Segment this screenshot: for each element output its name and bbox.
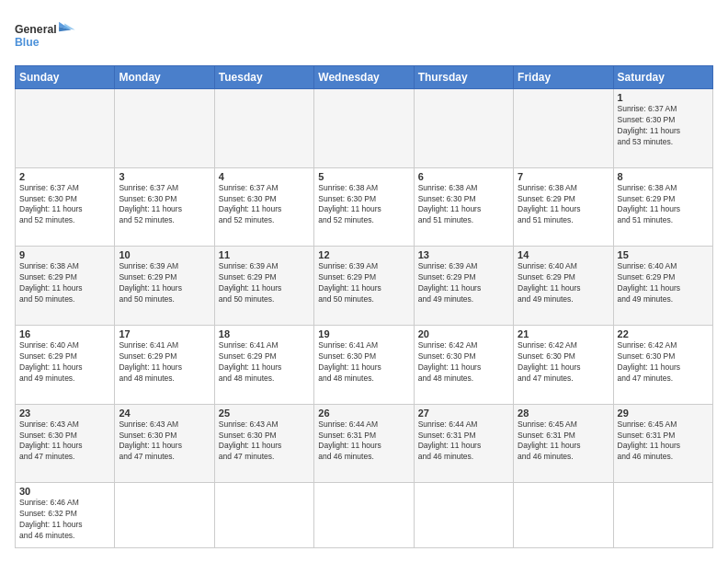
day-number: 3 <box>119 171 210 182</box>
day-number: 7 <box>518 171 609 182</box>
day-info: Sunrise: 6:41 AM Sunset: 6:29 PM Dayligh… <box>219 340 310 385</box>
calendar-cell: 23Sunrise: 6:43 AM Sunset: 6:30 PM Dayli… <box>16 404 115 483</box>
calendar-cell: 6Sunrise: 6:38 AM Sunset: 6:30 PM Daylig… <box>414 167 513 247</box>
calendar-cell: 3Sunrise: 6:37 AM Sunset: 6:30 PM Daylig… <box>115 167 214 247</box>
calendar-cell <box>414 89 513 168</box>
calendar-cell: 28Sunrise: 6:45 AM Sunset: 6:31 PM Dayli… <box>514 404 613 483</box>
calendar-cell: 9Sunrise: 6:38 AM Sunset: 6:29 PM Daylig… <box>16 247 115 326</box>
day-number: 12 <box>318 249 409 260</box>
calendar-cell: 13Sunrise: 6:39 AM Sunset: 6:29 PM Dayli… <box>414 247 513 326</box>
calendar-cell: 27Sunrise: 6:44 AM Sunset: 6:31 PM Dayli… <box>414 404 513 483</box>
day-info: Sunrise: 6:39 AM Sunset: 6:29 PM Dayligh… <box>318 261 409 305</box>
svg-text:General: General <box>15 23 57 36</box>
calendar-cell <box>613 483 712 548</box>
calendar-cell: 18Sunrise: 6:41 AM Sunset: 6:29 PM Dayli… <box>214 326 313 405</box>
header-thursday: Thursday <box>414 66 513 89</box>
day-number: 8 <box>618 171 709 182</box>
day-number: 29 <box>618 408 709 419</box>
day-number: 13 <box>418 249 509 260</box>
logo-svg: General Blue <box>15 15 79 56</box>
weekday-header-row: Sunday Monday Tuesday Wednesday Thursday… <box>16 66 713 89</box>
calendar-cell <box>514 89 613 168</box>
calendar-cell: 19Sunrise: 6:41 AM Sunset: 6:30 PM Dayli… <box>314 326 414 405</box>
day-number: 9 <box>19 249 110 260</box>
day-number: 11 <box>219 249 310 260</box>
calendar-cell: 22Sunrise: 6:42 AM Sunset: 6:30 PM Dayli… <box>613 326 712 405</box>
day-info: Sunrise: 6:43 AM Sunset: 6:30 PM Dayligh… <box>219 419 310 464</box>
day-number: 10 <box>119 249 210 260</box>
calendar-cell: 17Sunrise: 6:41 AM Sunset: 6:29 PM Dayli… <box>115 326 214 405</box>
day-number: 20 <box>418 328 509 339</box>
day-number: 14 <box>518 249 609 260</box>
day-info: Sunrise: 6:43 AM Sunset: 6:30 PM Dayligh… <box>19 419 110 464</box>
calendar-cell: 25Sunrise: 6:43 AM Sunset: 6:30 PM Dayli… <box>214 404 313 483</box>
calendar-body: 1Sunrise: 6:37 AM Sunset: 6:30 PM Daylig… <box>16 89 713 548</box>
calendar-cell: 16Sunrise: 6:40 AM Sunset: 6:29 PM Dayli… <box>16 326 115 405</box>
day-number: 24 <box>119 408 210 419</box>
day-info: Sunrise: 6:46 AM Sunset: 6:32 PM Dayligh… <box>19 498 110 542</box>
day-info: Sunrise: 6:37 AM Sunset: 6:30 PM Dayligh… <box>119 183 210 227</box>
calendar-cell: 1Sunrise: 6:37 AM Sunset: 6:30 PM Daylig… <box>613 89 712 168</box>
day-info: Sunrise: 6:38 AM Sunset: 6:30 PM Dayligh… <box>318 183 409 227</box>
calendar-cell <box>414 483 513 548</box>
logo: General Blue <box>15 15 79 56</box>
day-number: 18 <box>219 328 310 339</box>
day-info: Sunrise: 6:40 AM Sunset: 6:29 PM Dayligh… <box>19 340 110 385</box>
day-info: Sunrise: 6:44 AM Sunset: 6:31 PM Dayligh… <box>418 419 509 464</box>
calendar-cell <box>16 89 115 168</box>
calendar-cell: 21Sunrise: 6:42 AM Sunset: 6:30 PM Dayli… <box>514 326 613 405</box>
day-info: Sunrise: 6:42 AM Sunset: 6:30 PM Dayligh… <box>618 340 709 385</box>
day-number: 19 <box>318 328 409 339</box>
day-number: 28 <box>518 408 609 419</box>
calendar-cell: 10Sunrise: 6:39 AM Sunset: 6:29 PM Dayli… <box>115 247 214 326</box>
calendar-cell: 26Sunrise: 6:44 AM Sunset: 6:31 PM Dayli… <box>314 404 414 483</box>
calendar-cell: 20Sunrise: 6:42 AM Sunset: 6:30 PM Dayli… <box>414 326 513 405</box>
calendar-cell: 7Sunrise: 6:38 AM Sunset: 6:29 PM Daylig… <box>514 167 613 247</box>
day-number: 6 <box>418 171 509 182</box>
header: General Blue <box>15 15 713 56</box>
header-saturday: Saturday <box>613 66 712 89</box>
day-info: Sunrise: 6:43 AM Sunset: 6:30 PM Dayligh… <box>119 419 210 464</box>
day-info: Sunrise: 6:37 AM Sunset: 6:30 PM Dayligh… <box>219 183 310 227</box>
calendar-cell: 11Sunrise: 6:39 AM Sunset: 6:29 PM Dayli… <box>214 247 313 326</box>
header-wednesday: Wednesday <box>314 66 414 89</box>
day-number: 30 <box>19 486 110 497</box>
day-info: Sunrise: 6:37 AM Sunset: 6:30 PM Dayligh… <box>19 183 110 227</box>
calendar-cell: 2Sunrise: 6:37 AM Sunset: 6:30 PM Daylig… <box>16 167 115 247</box>
header-tuesday: Tuesday <box>214 66 313 89</box>
calendar-cell: 15Sunrise: 6:40 AM Sunset: 6:29 PM Dayli… <box>613 247 712 326</box>
day-number: 15 <box>618 249 709 260</box>
calendar-cell <box>115 483 214 548</box>
header-friday: Friday <box>514 66 613 89</box>
day-info: Sunrise: 6:38 AM Sunset: 6:29 PM Dayligh… <box>618 183 709 227</box>
calendar-cell <box>214 483 313 548</box>
day-number: 4 <box>219 171 310 182</box>
day-info: Sunrise: 6:37 AM Sunset: 6:30 PM Dayligh… <box>618 104 709 148</box>
day-info: Sunrise: 6:38 AM Sunset: 6:30 PM Dayligh… <box>418 183 509 227</box>
page: General Blue Sunday Monday Tuesday Wedne… <box>0 0 728 563</box>
day-info: Sunrise: 6:39 AM Sunset: 6:29 PM Dayligh… <box>219 261 310 305</box>
day-number: 27 <box>418 408 509 419</box>
day-number: 21 <box>518 328 609 339</box>
svg-text:Blue: Blue <box>15 36 40 49</box>
header-sunday: Sunday <box>16 66 115 89</box>
day-info: Sunrise: 6:40 AM Sunset: 6:29 PM Dayligh… <box>618 261 709 305</box>
calendar-cell <box>514 483 613 548</box>
day-info: Sunrise: 6:39 AM Sunset: 6:29 PM Dayligh… <box>119 261 210 305</box>
day-info: Sunrise: 6:45 AM Sunset: 6:31 PM Dayligh… <box>518 419 609 464</box>
day-number: 25 <box>219 408 310 419</box>
calendar-cell: 12Sunrise: 6:39 AM Sunset: 6:29 PM Dayli… <box>314 247 414 326</box>
calendar-cell <box>314 89 414 168</box>
day-number: 2 <box>19 171 110 182</box>
calendar-cell: 24Sunrise: 6:43 AM Sunset: 6:30 PM Dayli… <box>115 404 214 483</box>
day-info: Sunrise: 6:39 AM Sunset: 6:29 PM Dayligh… <box>418 261 509 305</box>
calendar-cell: 29Sunrise: 6:45 AM Sunset: 6:31 PM Dayli… <box>613 404 712 483</box>
day-number: 17 <box>119 328 210 339</box>
day-info: Sunrise: 6:44 AM Sunset: 6:31 PM Dayligh… <box>318 419 409 464</box>
header-monday: Monday <box>115 66 214 89</box>
calendar-header: Sunday Monday Tuesday Wednesday Thursday… <box>16 66 713 89</box>
day-info: Sunrise: 6:41 AM Sunset: 6:30 PM Dayligh… <box>318 340 409 385</box>
calendar-cell: 30Sunrise: 6:46 AM Sunset: 6:32 PM Dayli… <box>16 483 115 548</box>
day-number: 5 <box>318 171 409 182</box>
day-info: Sunrise: 6:41 AM Sunset: 6:29 PM Dayligh… <box>119 340 210 385</box>
